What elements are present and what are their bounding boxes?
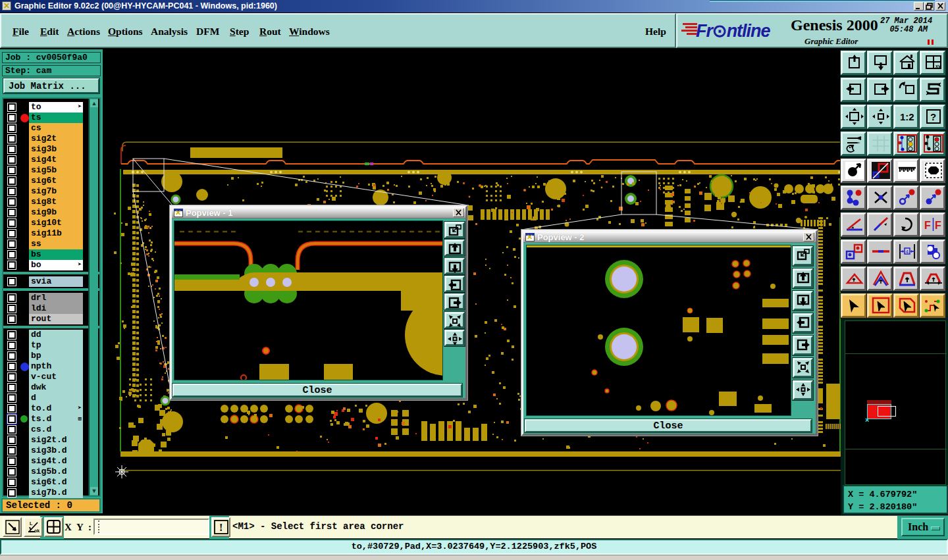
svg-text:1:2: 1:2 xyxy=(900,111,914,122)
svg-text:L: L xyxy=(30,521,33,526)
svg-text:F: F xyxy=(935,220,941,231)
svg-text:ok: ok xyxy=(34,528,40,533)
svg-text:!: ! xyxy=(219,522,223,533)
svg-text:F: F xyxy=(924,220,931,231)
svg-text:4: 4 xyxy=(906,249,909,255)
svg-text:xy: xy xyxy=(935,64,941,69)
svg-text:?: ? xyxy=(930,111,936,122)
